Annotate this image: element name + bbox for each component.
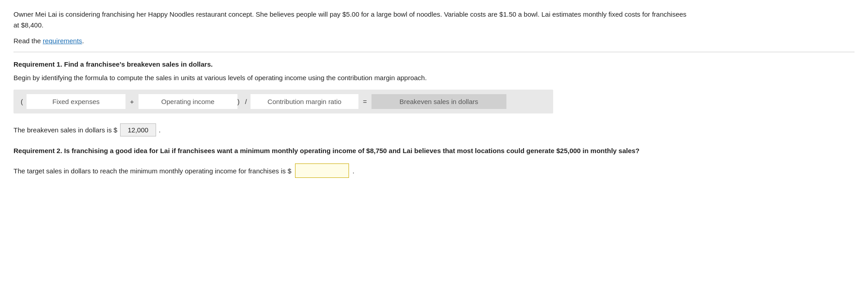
- requirement-1-section: Requirement 1. Find a franchisee's break…: [13, 60, 855, 136]
- formula-bar: ( Fixed expenses + Operating income ) / …: [13, 90, 553, 113]
- section-divider: [13, 52, 855, 52]
- formula-open-paren: (: [21, 98, 23, 105]
- formula-slash: /: [245, 98, 247, 105]
- formula-breakeven-sales: Breakeven sales in dollars: [371, 94, 506, 109]
- req2-title-rest: Is franchising a good idea for Lai if fr…: [62, 147, 640, 154]
- formula-close-paren: ): [237, 98, 240, 105]
- intro-paragraph: Owner Mei Lai is considering franchising…: [13, 9, 688, 31]
- read-suffix: .: [82, 37, 84, 45]
- read-prefix: Read the: [13, 37, 43, 45]
- target-sales-line: The target sales in dollars to reach the…: [13, 163, 855, 178]
- breakeven-result-line: The breakeven sales in dollars is $ 12,0…: [13, 123, 855, 136]
- formula-fixed-expenses: Fixed expenses: [27, 94, 125, 109]
- target-sales-input[interactable]: [295, 163, 349, 178]
- req1-title-rest: Find a franchisee's breakeven sales in d…: [62, 60, 213, 68]
- target-suffix: .: [353, 167, 354, 175]
- breakeven-prefix: The breakeven sales in dollars is $: [13, 126, 117, 134]
- formula-operating-income: Operating income: [139, 94, 237, 109]
- req1-title-bold: Requirement 1.: [13, 60, 62, 68]
- target-prefix: The target sales in dollars to reach the…: [13, 167, 291, 175]
- requirement-2-section: Requirement 2. Is franchising a good ide…: [13, 145, 855, 178]
- read-requirements-line: Read the requirements.: [13, 37, 855, 45]
- breakeven-suffix: .: [159, 126, 161, 134]
- requirements-link[interactable]: requirements: [43, 37, 82, 45]
- formula-equals: =: [363, 98, 367, 105]
- req1-description: Begin by identifying the formula to comp…: [13, 73, 855, 83]
- req2-title-bold: Requirement 2.: [13, 147, 62, 154]
- formula-plus: +: [130, 98, 134, 105]
- formula-contribution-margin-ratio: Contribution margin ratio: [251, 94, 358, 109]
- breakeven-value: 12,000: [120, 123, 156, 136]
- req1-title: Requirement 1. Find a franchisee's break…: [13, 60, 855, 68]
- req2-title: Requirement 2. Is franchising a good ide…: [13, 145, 778, 156]
